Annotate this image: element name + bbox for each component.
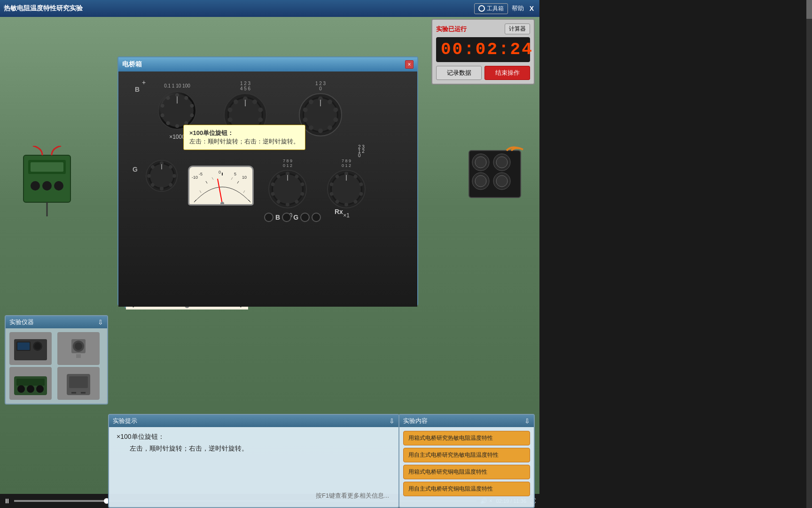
help-link[interactable]: 帮助 xyxy=(512,4,524,13)
svg-point-151 xyxy=(34,343,41,349)
galvanometer-gauge: -10 -5 0 5 10 xyxy=(188,166,254,206)
dialog-title: 电桥箱 xyxy=(122,60,142,69)
content-panel-collapse[interactable]: ⇩ xyxy=(524,417,530,425)
connectors-row: B G xyxy=(264,213,321,222)
svg-line-90 xyxy=(200,190,201,193)
svg-line-86 xyxy=(206,181,207,183)
g-label-bottom: G xyxy=(133,166,138,173)
resistance-box: B + 0.1 1 10 100 xyxy=(118,71,417,307)
svg-point-160 xyxy=(27,385,34,393)
svg-point-34 xyxy=(175,124,179,128)
knob3-scale: 2 3 1 2 0 xyxy=(358,144,365,158)
equipment-item-2[interactable] xyxy=(57,332,100,365)
knob-wrapper-4: 7 8 9 0 1 2 xyxy=(266,159,309,219)
hint-panel-title: 实验提示 xyxy=(113,417,137,425)
knob-5[interactable] xyxy=(325,168,367,210)
tooltip-title: ×100单位旋钮： xyxy=(189,129,299,137)
tooltip-box: ×100单位旋钮： 左击：顺时针旋转；右击：逆时针旋转。 xyxy=(183,125,305,150)
svg-point-95 xyxy=(220,202,224,206)
svg-line-85 xyxy=(194,200,196,202)
dialog-close-button[interactable]: × xyxy=(405,60,414,69)
svg-point-99 xyxy=(286,172,289,175)
svg-line-89 xyxy=(249,200,250,202)
knob-wrapper-g xyxy=(144,159,180,196)
svg-point-118 xyxy=(344,203,348,206)
svg-rect-149 xyxy=(17,342,30,350)
tools-button[interactable]: 工具箱 xyxy=(474,3,508,14)
timer-header: 实验已运行 计算器 xyxy=(436,24,530,34)
svg-rect-156 xyxy=(76,354,81,358)
svg-text:0: 0 xyxy=(219,170,221,175)
experiment-status: 实验已运行 xyxy=(436,25,467,33)
content-panel-title: 实验内容 xyxy=(403,417,428,425)
b-label-top: B xyxy=(135,86,140,93)
hint-panel: 实验提示 ⇩ ×100单位旋钮： 左击，顺时针旋转；右击，逆时针旋转。 按F1键… xyxy=(108,414,399,508)
dialog-title-bar: 电桥箱 × xyxy=(118,57,417,71)
knob-4[interactable] xyxy=(266,168,309,210)
tooltip-text: 左击：顺时针旋转；右击：逆时针旋转。 xyxy=(189,137,299,146)
content-item-1[interactable]: 用箱式电桥研究热敏电阻温度特性 xyxy=(403,431,530,445)
svg-text:5: 5 xyxy=(234,172,236,176)
hint-panel-header: 实验提示 ⇩ xyxy=(109,415,398,427)
instrument-dialog: 电桥箱 × B + 0.1 1 10 100 xyxy=(117,56,418,306)
svg-line-93 xyxy=(243,190,245,193)
svg-text:-5: -5 xyxy=(199,172,203,176)
knob-g[interactable] xyxy=(144,159,180,194)
hint-more: 按F1键查看更多相关信息... xyxy=(316,492,389,500)
timer-display: 00:02:24 xyxy=(436,37,530,62)
equipment-item-4[interactable] xyxy=(57,367,100,400)
svg-point-161 xyxy=(36,385,44,393)
equipment-item-3[interactable] xyxy=(9,367,52,400)
title-bar: 热敏电阻温度特性研究实验 工具箱 帮助 X xyxy=(0,0,539,17)
hint-content: ×100单位旋钮： 左击，顺时针旋转；右击，逆时针旋转。 xyxy=(109,427,398,458)
svg-point-155 xyxy=(75,342,82,350)
svg-point-62 xyxy=(318,128,323,133)
svg-point-3 xyxy=(31,181,40,190)
svg-line-94 xyxy=(218,179,222,204)
end-operation-button[interactable]: 结束操作 xyxy=(484,66,530,80)
scrollbar-thumb[interactable] xyxy=(806,0,812,19)
plus-label: + xyxy=(142,79,146,86)
content-item-3[interactable]: 用箱式电桥研究铜电阻温度特性 xyxy=(403,465,530,479)
hint-panel-collapse[interactable]: ⇩ xyxy=(389,417,395,425)
equipment-item-1[interactable] xyxy=(9,332,52,365)
app-title: 热敏电阻温度特性研究实验 xyxy=(4,4,474,13)
svg-point-73 xyxy=(172,174,176,178)
svg-point-4 xyxy=(42,181,52,190)
svg-line-88 xyxy=(237,181,239,183)
svg-line-92 xyxy=(231,177,233,180)
svg-point-5 xyxy=(54,181,63,190)
content-item-2[interactable]: 用自主式电桥研究热敏电阻温度特性 xyxy=(403,448,530,462)
timer-buttons: 记录数据 结束操作 xyxy=(436,66,530,80)
knob-wrapper-5: 7 8 9 0 1 2 xyxy=(325,159,367,219)
tools-icon xyxy=(478,5,485,12)
window-close-button[interactable]: X xyxy=(528,5,536,12)
svg-point-8 xyxy=(475,157,486,168)
pause-button[interactable]: ⏸ xyxy=(4,497,10,505)
calculator-button[interactable]: 计算器 xyxy=(505,24,530,34)
progress-bar-fill xyxy=(14,500,107,502)
content-item-4[interactable]: 用自主式电桥研究铜电阻温度特性 xyxy=(403,482,530,496)
right-panel xyxy=(539,0,812,508)
content-panel-header: 实验内容 ⇩ xyxy=(399,415,534,427)
svg-rect-2 xyxy=(31,162,63,172)
svg-rect-158 xyxy=(16,379,45,386)
record-data-button[interactable]: 记录数据 xyxy=(436,66,482,80)
svg-point-14 xyxy=(496,175,508,187)
svg-point-104 xyxy=(286,203,289,206)
svg-point-10 xyxy=(496,157,508,168)
equipment-panel-collapse[interactable]: ⇩ xyxy=(98,318,103,326)
scrollbar[interactable] xyxy=(806,0,812,508)
svg-point-29 xyxy=(175,93,179,97)
svg-point-75 xyxy=(160,187,164,190)
timer-panel: 实验已运行 计算器 00:02:24 记录数据 结束操作 xyxy=(431,19,535,85)
svg-text:-10: -10 xyxy=(192,175,198,180)
hint-line2: 左击，顺时针旋转；右击，逆时针旋转。 xyxy=(117,443,391,454)
svg-line-91 xyxy=(212,177,213,180)
svg-rect-163 xyxy=(69,376,88,388)
rx-label: Rx xyxy=(335,208,343,215)
equipment-grid xyxy=(6,328,107,404)
svg-point-77 xyxy=(147,174,151,178)
equipment-panel-header: 实验仪器 ⇩ xyxy=(6,316,107,328)
svg-point-12 xyxy=(475,175,486,187)
